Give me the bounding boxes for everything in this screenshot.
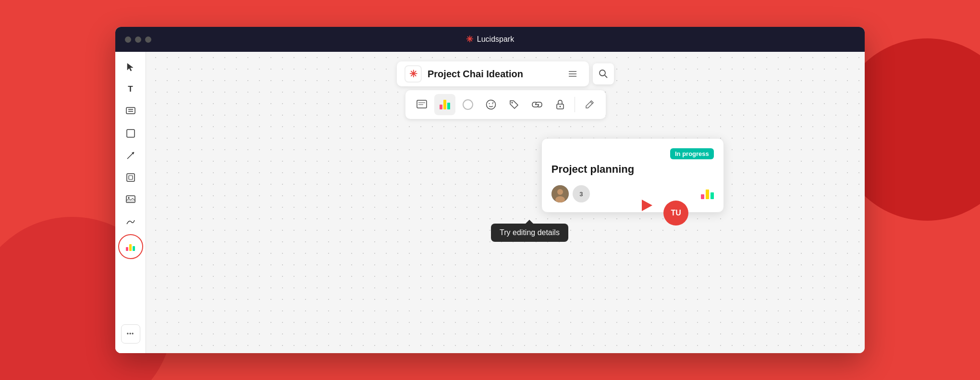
user-initials: TU [671, 209, 681, 217]
svg-point-9 [128, 197, 129, 199]
project-header: ✳ Project Chai Ideation [397, 61, 589, 86]
project-title: Project Chai Ideation [428, 69, 558, 80]
tooltip-text: Try editing details [500, 228, 560, 237]
tool-shape[interactable] [121, 124, 140, 143]
svg-rect-0 [126, 107, 135, 114]
tool-frame[interactable] [121, 168, 140, 187]
toolbar-tag[interactable] [503, 94, 525, 115]
toolbar-link[interactable] [527, 94, 548, 115]
svg-rect-6 [127, 174, 135, 181]
toolbar-lock[interactable] [550, 94, 571, 115]
sidebar-more-button[interactable]: ••• [121, 324, 140, 344]
svg-point-18 [463, 100, 473, 109]
toolbar-divider [575, 97, 575, 112]
svg-line-22 [492, 102, 494, 103]
titlebar: ✳ Lucidspark [115, 27, 865, 52]
main-window: ✳ Lucidspark T [115, 27, 865, 353]
svg-point-20 [489, 103, 490, 104]
app-name: Lucidspark [477, 35, 514, 44]
tool-chart-container[interactable] [118, 234, 143, 259]
toolbar-circle[interactable] [457, 94, 478, 115]
project-header-group: ✳ Project Chai Ideation [397, 61, 614, 86]
top-toolbar: ✳ Project Chai Ideation [397, 61, 614, 119]
svg-point-21 [492, 103, 493, 104]
left-sidebar: T [115, 52, 146, 353]
svg-point-29 [557, 189, 563, 195]
svg-rect-7 [129, 176, 133, 179]
project-menu-button[interactable] [564, 65, 581, 83]
avatar-count-text: 3 [579, 190, 583, 198]
tooltip: Try editing details [491, 224, 568, 242]
project-logo: ✳ [404, 65, 422, 83]
svg-line-14 [605, 75, 607, 78]
toolbar-chart[interactable] [434, 94, 455, 115]
project-search-button[interactable] [593, 63, 614, 84]
project-logo-asterisk: ✳ [409, 68, 417, 80]
icon-toolbar [405, 90, 606, 119]
project-card[interactable]: In progress Project planning [541, 138, 724, 213]
svg-point-26 [559, 106, 561, 107]
svg-line-27 [590, 102, 592, 104]
tool-cursor[interactable] [121, 58, 140, 77]
more-icon: ••• [127, 331, 135, 337]
card-title: Project planning [551, 163, 714, 176]
main-canvas[interactable]: ✳ Project Chai Ideation [146, 52, 865, 353]
text-icon: T [128, 84, 133, 94]
canvas-area: T [115, 52, 865, 353]
tool-text[interactable]: T [121, 80, 140, 99]
svg-point-13 [600, 70, 605, 76]
toolbar-edit[interactable] [579, 94, 600, 115]
minimize-dot [135, 36, 141, 43]
user-avatar [551, 185, 569, 202]
tool-draw[interactable] [121, 212, 140, 231]
card-header: In progress [551, 148, 714, 159]
window-controls [125, 36, 151, 43]
user-cursor-avatar: TU [663, 201, 688, 226]
chart-tool-highlight [118, 234, 143, 259]
card-chart-icon [701, 189, 714, 199]
logo-asterisk: ✳ [466, 34, 473, 45]
tool-image[interactable] [121, 190, 140, 209]
card-footer: 3 [551, 185, 714, 202]
card-users: 3 [551, 185, 590, 202]
close-dot [125, 36, 131, 43]
maximize-dot [145, 36, 151, 43]
app-logo: ✳ Lucidspark [466, 34, 514, 45]
tool-sticky[interactable] [121, 102, 140, 121]
toolbar-emoji[interactable] [480, 94, 502, 115]
avatar-count: 3 [573, 185, 590, 202]
tool-line[interactable] [121, 146, 140, 165]
svg-rect-3 [127, 130, 135, 137]
svg-rect-15 [417, 100, 427, 108]
svg-point-23 [511, 102, 513, 104]
chart-icon-toolbar [440, 100, 450, 109]
cursor-arrow [642, 200, 652, 211]
status-badge: In progress [670, 148, 714, 159]
toolbar-text-card[interactable] [411, 94, 432, 115]
svg-point-19 [486, 100, 495, 109]
